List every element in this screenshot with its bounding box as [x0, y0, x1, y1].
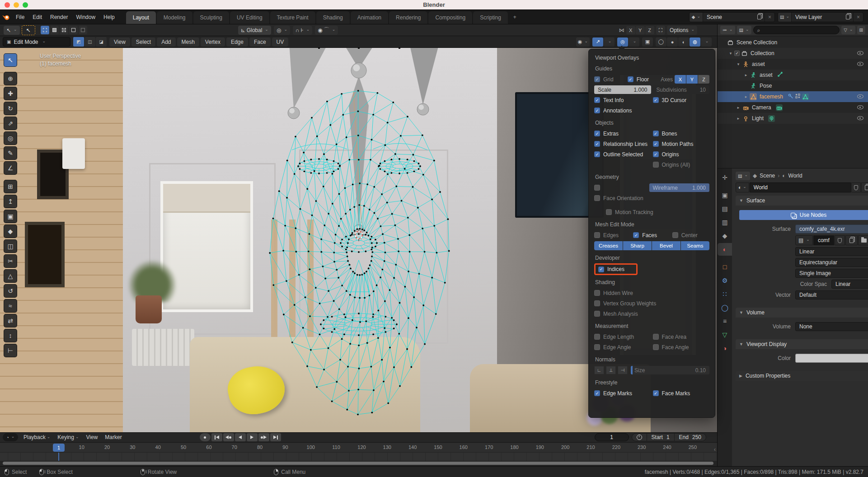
scene-selector[interactable]: ◆ Scene ×	[689, 12, 775, 22]
mirror-y-button[interactable]: Y	[636, 26, 645, 34]
select-invert-button[interactable]	[69, 26, 78, 34]
checkbox-on[interactable]: ✓	[653, 131, 659, 136]
checkbox-off[interactable]	[653, 334, 659, 340]
outliner-row-facemesh[interactable]: ▸facemesh	[718, 91, 868, 102]
checkbox-on[interactable]: ✓	[628, 76, 633, 82]
tool-transform[interactable]: ◎	[4, 131, 17, 145]
tool-settings-dropdown[interactable]: ↖	[4, 26, 20, 35]
gizmo-dropdown[interactable]	[604, 37, 615, 47]
bone-icon[interactable]	[777, 71, 783, 79]
tool-move[interactable]: ✚	[4, 87, 17, 100]
timeline-scroll-track[interactable]	[0, 461, 717, 466]
play-reverse-button[interactable]	[235, 433, 246, 441]
tool-poly-build[interactable]: △	[4, 269, 17, 283]
checkbox-off[interactable]	[594, 334, 600, 340]
hide-in-viewport-icon[interactable]	[857, 104, 863, 111]
new-scene-icon[interactable]	[757, 14, 761, 19]
copy-image-button[interactable]	[845, 235, 858, 245]
workspace-tab-modeling[interactable]: Modeling	[157, 11, 193, 24]
select-extend-button[interactable]	[50, 26, 59, 34]
overlay-option-faces[interactable]: ✓Faces	[633, 232, 670, 238]
workspace-tab-shading[interactable]: Shading	[316, 11, 350, 24]
record-button[interactable]	[200, 433, 211, 441]
overlay-option-outline-selected[interactable]: ✓Outline Selected	[594, 151, 651, 158]
outliner-search-input[interactable]	[762, 28, 835, 33]
proportional-editing-dropdown[interactable]: ◉⌒	[315, 26, 338, 35]
shading-solid-button[interactable]: ●	[667, 37, 678, 47]
jump-start-button[interactable]	[211, 433, 222, 441]
button-sharp[interactable]: Sharp	[623, 241, 652, 250]
meshdata-icon[interactable]	[802, 94, 809, 100]
tool-loop-cut[interactable]: ◫	[4, 239, 17, 253]
workspace-tab-layout[interactable]: Layout	[126, 11, 156, 24]
button-creases[interactable]: Creases	[594, 241, 623, 250]
tool-spin[interactable]: ↺	[4, 284, 17, 298]
normals-vertex-icon[interactable]: ⊥	[606, 366, 616, 374]
surface-shader-field[interactable]: comfy_cafe_4k.exr	[795, 224, 868, 234]
tool-scale[interactable]: ⇗	[4, 117, 17, 130]
hide-in-viewport-icon[interactable]	[857, 115, 863, 122]
vertex-select-button[interactable]: ◩	[73, 37, 84, 47]
snapping-extra-icon[interactable]: ⛶	[656, 26, 665, 35]
object-visibility-dropdown[interactable]: ◉	[576, 37, 590, 47]
shading-material-button[interactable]: ◐	[678, 37, 689, 47]
checkbox-on[interactable]: ✓	[594, 151, 600, 157]
timeline-menu-keying[interactable]: Keying	[54, 433, 82, 441]
face-select-button[interactable]: ◪	[96, 37, 107, 47]
checkbox-on[interactable]: ✓	[594, 131, 600, 136]
color-space-select[interactable]: Linear	[831, 280, 868, 289]
add-workspace-button[interactable]: +	[509, 11, 521, 23]
checkbox-off[interactable]	[594, 290, 600, 296]
overlay-option-edges[interactable]: Edges	[594, 232, 631, 238]
viewport-menu-add[interactable]: Add	[157, 37, 175, 47]
timeline-channels[interactable]: ‹	[0, 453, 717, 461]
properties-tab-scene[interactable]: ◆	[718, 229, 732, 242]
custom-properties-panel-header[interactable]: ▶ Custom Properties ∷∷	[736, 371, 868, 381]
auto-keying-toggle[interactable]	[632, 434, 647, 441]
copy-world-button[interactable]	[861, 182, 868, 192]
tool-cursor[interactable]: ⊕	[4, 72, 17, 85]
expander-icon[interactable]: ▸	[743, 73, 749, 77]
button-seams[interactable]: Seams	[681, 241, 709, 250]
timeline-menu-playback[interactable]: Playback	[20, 433, 54, 441]
viewport-display-panel-header[interactable]: ▼ Viewport Display ∷∷	[736, 339, 868, 349]
overlay-option-origins-all-[interactable]: Origins (All)	[653, 162, 710, 168]
breadcrumb-world[interactable]: World	[788, 173, 802, 179]
checkbox-on[interactable]: ✓	[594, 108, 600, 113]
menu-help[interactable]: Help	[99, 12, 119, 22]
playhead[interactable]	[58, 453, 59, 461]
overlay-option-annotations[interactable]: ✓Annotations	[594, 108, 651, 114]
new-collection-button[interactable]: ⊞	[857, 26, 865, 34]
shading-dropdown[interactable]	[701, 37, 712, 47]
overlay-option-edge-angle[interactable]: Edge Angle	[594, 344, 651, 351]
viewport-menu-mesh[interactable]: Mesh	[177, 37, 199, 47]
hide-in-viewport-icon[interactable]	[857, 94, 863, 100]
current-frame-badge[interactable]: 1	[53, 444, 65, 452]
vector-field[interactable]: Default	[795, 290, 868, 299]
overlay-option-motion-tracking[interactable]: Motion Tracking	[606, 209, 709, 215]
checkbox-off[interactable]	[594, 344, 600, 350]
properties-tab-render[interactable]: ▣	[718, 189, 732, 201]
expander-icon[interactable]: ▾	[728, 51, 733, 56]
interpolation-select[interactable]: Linear	[795, 247, 868, 256]
properties-tab-modifiers[interactable]: ⚙	[718, 274, 732, 287]
checkbox-on[interactable]: ✓	[653, 97, 659, 103]
workspace-tab-rendering[interactable]: Rendering	[389, 11, 428, 24]
checkbox-on[interactable]: ✓	[594, 97, 600, 103]
properties-tab-world[interactable]: ◐	[718, 243, 732, 256]
checkbox-off[interactable]	[594, 232, 600, 238]
workspace-tab-texture-paint[interactable]: Texture Paint	[270, 11, 316, 24]
axis-z-toggle[interactable]: Z	[698, 75, 709, 84]
properties-tab-particles[interactable]: ∷	[718, 288, 732, 300]
checkbox-off[interactable]	[672, 232, 678, 238]
tool-inset-faces[interactable]: ▣	[4, 210, 17, 223]
checkbox-off[interactable]	[653, 344, 659, 350]
hide-in-viewport-icon[interactable]	[857, 50, 863, 56]
gizmo-toggle[interactable]: ↗	[592, 37, 603, 47]
source-select[interactable]: Single Image	[795, 269, 868, 278]
properties-tab-view-layer[interactable]: ▥	[718, 216, 732, 229]
workspace-tab-scripting[interactable]: Scripting	[473, 11, 508, 24]
normals-size-slider[interactable]: Size0.10	[631, 366, 709, 374]
checkbox-off[interactable]	[594, 185, 600, 191]
breadcrumb-scene[interactable]: Scene	[760, 173, 775, 179]
